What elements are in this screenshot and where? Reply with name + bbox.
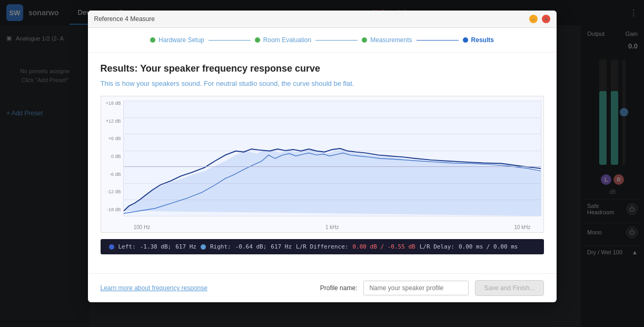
stats-dot-right — [201, 244, 206, 250]
stats-left-label: Left: — [118, 243, 136, 250]
y-label-neg6: -6 dB — [103, 172, 121, 177]
wizard-steps: Hardware Setup Room Evaluation Measureme… — [88, 28, 557, 53]
stats-lr-diff-value: 0.00 dB / -0.55 dB — [352, 243, 415, 250]
modal-controls: – ✕ — [529, 15, 550, 23]
step-line-2 — [315, 40, 358, 41]
y-label-18: +18 dB — [103, 101, 121, 106]
y-label-12: +12 dB — [103, 118, 121, 124]
frequency-curve-svg — [124, 101, 541, 216]
step-dot-measurements — [362, 37, 367, 43]
step-results[interactable]: Results — [463, 36, 494, 44]
chart-area — [123, 101, 541, 216]
stats-lr-diff-label: L/R Difference: — [296, 243, 348, 250]
stats-bar: Left: -1.38 dB; 617 Hz Right: -0.64 dB; … — [101, 239, 544, 254]
y-label-neg18: -18 dB — [103, 207, 121, 212]
app-background: SW sonarwo Devices Presets 21 Days left … — [0, 0, 644, 327]
stats-right-hz: 617 Hz — [271, 243, 292, 250]
footer-right: Profile name: Save and Finish... — [320, 280, 544, 296]
y-label-6: +6 dB — [103, 136, 121, 141]
step-measurements[interactable]: Measurements — [362, 36, 412, 44]
profile-name-input[interactable] — [363, 281, 469, 295]
step-line-3 — [417, 40, 459, 41]
save-finish-button[interactable]: Save and Finish... — [475, 280, 543, 296]
step-label-hardware: Hardware Setup — [158, 36, 204, 44]
step-dot-hardware — [150, 37, 155, 43]
stats-dot-left — [109, 244, 114, 250]
step-label-measurements: Measurements — [370, 36, 412, 44]
x-label-10khz: 10 kHz — [514, 224, 530, 230]
stats-lr-delay-label: L/R Delay: — [420, 243, 454, 250]
x-label-1khz: 1 kHz — [325, 224, 339, 230]
step-room-evaluation[interactable]: Room Evaluation — [255, 36, 311, 44]
modal-body: Results: Your speaker frequency response… — [88, 53, 557, 273]
modal-overlay: Reference 4 Measure – ✕ Hardware Setup R… — [0, 0, 644, 327]
step-line-1 — [209, 40, 251, 41]
learn-more-link[interactable]: Learn more about frequency response — [101, 284, 207, 292]
stats-left-hz: 617 Hz — [175, 243, 196, 250]
profile-name-label: Profile name: — [320, 284, 358, 292]
grid-line-0 — [124, 166, 541, 167]
step-label-room: Room Evaluation — [263, 36, 311, 44]
step-dot-results — [463, 37, 468, 43]
modal-dialog: Reference 4 Measure – ✕ Hardware Setup R… — [88, 11, 557, 302]
modal-title: Reference 4 Measure — [94, 15, 155, 23]
y-label-0: 0 dB — [103, 154, 121, 159]
results-subtitle: This is how your speakers sound. For neu… — [101, 80, 544, 87]
chart-x-labels: 100 Hz 1 kHz 10 kHz — [123, 224, 541, 230]
stats-right-db: -0.64 dB; — [235, 243, 267, 250]
results-title: Results: Your speaker frequency response… — [101, 63, 544, 74]
step-hardware-setup[interactable]: Hardware Setup — [150, 36, 204, 44]
y-label-neg12: -12 dB — [103, 189, 121, 194]
modal-footer: Learn more about frequency response Prof… — [88, 273, 557, 302]
stats-lr-delay-value: 0.00 ms / 0.00 ms — [459, 243, 518, 250]
x-label-100hz: 100 Hz — [134, 224, 151, 230]
chart-y-labels: +18 dB +12 dB +6 dB 0 dB -6 dB -12 dB -1… — [101, 96, 123, 216]
frequency-chart: +18 dB +12 dB +6 dB 0 dB -6 dB -12 dB -1… — [101, 96, 544, 233]
stats-right-label: Right: — [210, 243, 231, 250]
step-dot-room — [255, 37, 260, 43]
minimize-button[interactable]: – — [529, 15, 538, 23]
modal-titlebar: Reference 4 Measure – ✕ — [88, 11, 557, 28]
close-button[interactable]: ✕ — [542, 15, 550, 23]
step-label-results: Results — [471, 36, 494, 44]
stats-left-db: -1.38 dB; — [140, 243, 172, 250]
